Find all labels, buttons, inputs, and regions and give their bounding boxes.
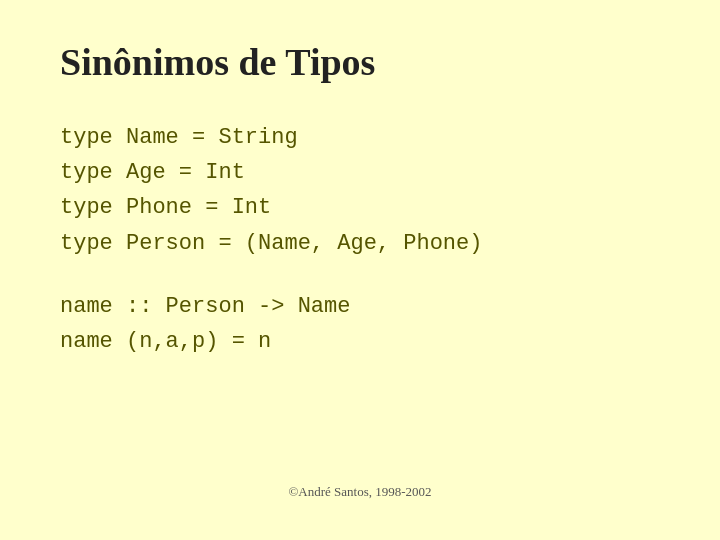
keyword-name-1: name [60,289,113,324]
definition-1: Name = String [113,120,298,155]
definition-5: :: Person -> Name [113,289,351,324]
code-line-4: type Person = (Name, Age, Phone) [60,226,660,261]
code-line-2: type Age = Int [60,155,660,190]
keyword-name-2: name [60,324,113,359]
definition-2: Age = Int [113,155,245,190]
code-line-5: name :: Person -> Name [60,289,660,324]
footer-copyright: ©André Santos, 1998-2002 [60,484,660,510]
keyword-type-1: type [60,120,113,155]
definition-4: Person = (Name, Age, Phone) [113,226,483,261]
type-definitions-block: type Name = String type Age = Int type P… [60,120,660,261]
code-line-3: type Phone = Int [60,190,660,225]
slide-title: Sinônimos de Tipos [60,40,660,84]
definition-3: Phone = Int [113,190,271,225]
code-line-6: name (n,a,p) = n [60,324,660,359]
definition-6: (n,a,p) = n [113,324,271,359]
keyword-type-2: type [60,155,113,190]
slide-container: Sinônimos de Tipos type Name = String ty… [0,0,720,540]
name-definitions-block: name :: Person -> Name name (n,a,p) = n [60,289,660,359]
keyword-type-4: type [60,226,113,261]
code-line-1: type Name = String [60,120,660,155]
keyword-type-3: type [60,190,113,225]
